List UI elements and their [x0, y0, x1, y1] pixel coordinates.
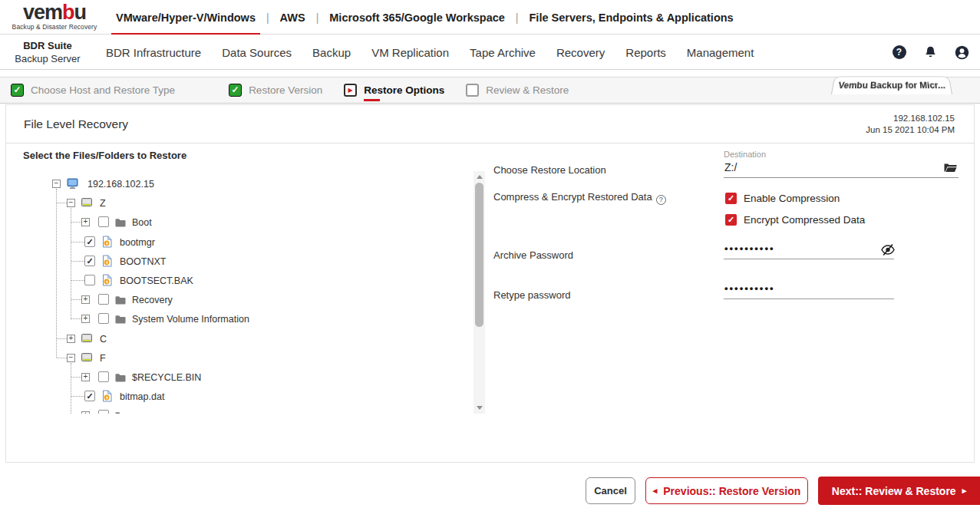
app-window: vembu Backup & Disaster Recovery VMware/… [0, 0, 980, 508]
product-nav: VMware/Hyper-V/Windows|AWS|Microsoft 365… [111, 0, 738, 35]
tree-label[interactable]: Z [100, 198, 106, 209]
tree-checkbox[interactable] [98, 410, 109, 414]
app-menu-item[interactable]: Data Sources [222, 46, 292, 59]
wizard-step[interactable]: ▶Restore Options [344, 84, 444, 97]
retype-password-input[interactable] [724, 280, 894, 299]
product-nav-item[interactable]: AWS [276, 0, 310, 35]
app-menu-item[interactable]: Management [687, 46, 754, 59]
wizard-step[interactable]: ✓Choose Host and Restore Type [11, 84, 175, 97]
tree-connector-stub [57, 203, 67, 203]
collapse-toggle[interactable]: − [67, 354, 75, 362]
tree-row: +Boot [23, 213, 472, 232]
tree-row: +C [23, 329, 472, 348]
file-tree: −192.168.102.15−Z+Boot✓bootmgr✓BOOTNXTBO… [23, 174, 472, 414]
notifications-icon[interactable] [923, 45, 938, 60]
product-nav-item[interactable]: Microsoft 365/Google Workspace [325, 0, 510, 35]
tooltip-help-icon[interactable]: ? [656, 195, 666, 205]
app-menu-item[interactable]: Backup [312, 46, 351, 59]
tree-label[interactable]: BOOTNXT [120, 256, 166, 267]
collapse-toggle[interactable]: − [52, 180, 61, 188]
expand-toggle[interactable]: + [67, 335, 75, 343]
host-info: 192.168.102.15 Jun 15 2021 10:04 PM [866, 113, 955, 136]
tree-label[interactable]: Boot [132, 217, 152, 228]
wizard-step[interactable]: Review & Restore [466, 84, 569, 97]
tree-row: −Z [23, 193, 472, 213]
scroll-down-arrow-icon[interactable] [477, 406, 483, 410]
option-checkbox-row[interactable]: ✓Encrypt Compressed Data [725, 214, 865, 226]
destination-input[interactable] [724, 159, 959, 178]
product-nav-item[interactable]: VMware/Hyper-V/Windows [111, 0, 260, 35]
app-menu-item[interactable]: Reports [625, 46, 666, 59]
app-menu-item[interactable]: BDR Infrastructure [106, 46, 201, 59]
tree-checkbox[interactable] [98, 313, 109, 324]
expand-toggle[interactable]: + [81, 315, 90, 323]
archive-password-label: Archive Password [493, 249, 573, 261]
nav-separator: | [260, 12, 276, 24]
tree-label[interactable]: BOOTSECT.BAK [120, 275, 193, 286]
expand-toggle[interactable]: + [81, 373, 90, 381]
collapse-toggle[interactable]: − [67, 199, 75, 207]
file-icon [101, 274, 113, 289]
tree-checkbox[interactable] [98, 371, 109, 382]
cancel-button[interactable]: Cancel [586, 477, 635, 504]
expand-toggle[interactable]: + [81, 411, 90, 414]
card-header: File Level Recovery 192.168.102.15 Jun 1… [6, 105, 974, 143]
app-bar-icons: ? [892, 35, 969, 70]
tree-checkbox[interactable]: ✓ [84, 256, 95, 266]
app-menu-item[interactable]: Tape Archive [470, 46, 536, 59]
tree-scrollbar[interactable] [474, 171, 485, 414]
app-menu-item[interactable]: Recovery [556, 46, 605, 59]
tree-label[interactable]: 192.168.102.15 [87, 179, 154, 190]
next-button[interactable]: Next:: Review & Restore▸ [818, 477, 980, 505]
suite-block[interactable]: BDR Suite Backup Server [8, 39, 87, 65]
archive-password-input[interactable] [724, 240, 894, 259]
red-checkbox-checked-icon[interactable]: ✓ [725, 214, 737, 226]
card-body: Select the Files/Folders to Restore −192… [6, 143, 974, 462]
previous-button[interactable]: ◂Previous:: Restore Version [645, 477, 808, 504]
folder-icon [114, 217, 127, 231]
tree-checkbox[interactable] [98, 216, 109, 227]
tree-connector-stub [71, 222, 81, 223]
expand-toggle[interactable]: + [81, 295, 90, 304]
tree-checkbox[interactable] [98, 294, 109, 305]
browse-folder-icon[interactable] [943, 162, 958, 176]
content-card: File Level Recovery 192.168.102.15 Jun 1… [5, 104, 975, 463]
tree-checkbox[interactable]: ✓ [84, 236, 95, 247]
tree-label[interactable]: F [100, 353, 106, 364]
tree-connector-stub [71, 377, 81, 378]
tree-label[interactable]: Recovery [132, 295, 173, 305]
red-checkbox-checked-icon[interactable]: ✓ [725, 193, 737, 204]
step-label: Choose Host and Restore Type [31, 84, 175, 96]
tree-label[interactable]: $RECYCLE.BIN [132, 372, 201, 383]
wizard-step[interactable]: ✓Restore Version [229, 84, 322, 97]
compress-checkbox-group: ✓Enable Compression✓Encrypt Compressed D… [725, 193, 865, 226]
user-icon[interactable] [955, 45, 969, 60]
option-checkbox-row[interactable]: ✓Enable Compression [725, 193, 865, 204]
toggle-password-visibility-icon[interactable] [880, 243, 896, 259]
help-icon[interactable]: ? [892, 45, 906, 60]
scrollbar-thumb[interactable] [475, 183, 483, 327]
folder-icon [114, 314, 127, 328]
session-tab[interactable]: Vembu Backup for Micr... [831, 76, 952, 94]
tree-label[interactable]: bitmap.dat [120, 391, 164, 402]
tree-connector-stub [71, 280, 84, 281]
app-bar: BDR Suite Backup Server BDR Infrastructu… [0, 35, 980, 70]
tree-checkbox[interactable] [84, 275, 95, 285]
left-arrow-icon: ◂ [653, 487, 658, 495]
tree-label[interactable]: C [100, 334, 107, 345]
product-nav-item[interactable]: File Servers, Endpoints & Applications [525, 0, 738, 35]
folder-icon [114, 411, 127, 414]
tree-row: ✓bitmap.dat [23, 387, 472, 406]
tree-row: +System Volume Information [23, 309, 472, 328]
compress-encrypt-label: Compress & Encrypt Restored Data? [493, 191, 666, 205]
expand-toggle[interactable]: + [81, 218, 90, 226]
tree-label[interactable]: System Volume Information [132, 314, 249, 325]
tree-checkbox[interactable]: ✓ [84, 391, 95, 401]
destination-group: Destination [724, 150, 959, 178]
scroll-up-arrow-icon[interactable] [477, 175, 483, 179]
vembu-logo[interactable]: vembu Backup & Disaster Recovery [9, 2, 100, 31]
tree-label[interactable]: bootmgr [120, 237, 155, 248]
restore-location-label: Choose Restore Location [493, 164, 606, 176]
option-checkbox-label: Encrypt Compressed Data [744, 214, 865, 226]
app-menu-item[interactable]: VM Replication [371, 46, 449, 59]
